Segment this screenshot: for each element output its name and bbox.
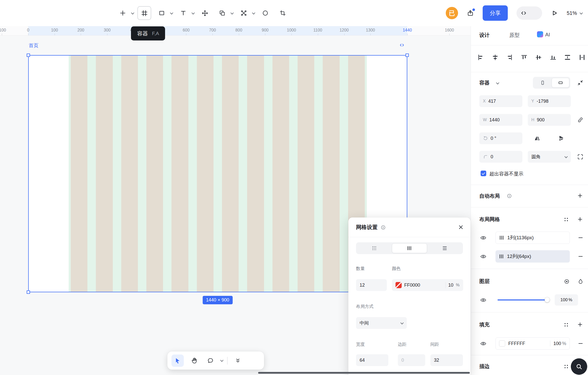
add-grid-plus-icon[interactable] [577,216,583,222]
selection-handle-top-left[interactable] [27,54,30,57]
share-button[interactable]: 分享 [483,5,508,21]
remove-grid-minus-icon[interactable] [577,235,584,241]
opacity-slider-thumb[interactable] [545,297,550,302]
width-field[interactable]: W 1440 [479,114,522,126]
frame-code-icon[interactable] [399,43,404,48]
frame-title-label[interactable]: 首页 [29,42,38,49]
flip-vertical-icon[interactable] [558,135,565,142]
radius-mode-dropdown[interactable]: 圆角 [528,151,571,163]
collapse-toolbar-button[interactable] [232,355,244,367]
chevron-down-icon[interactable] [191,11,195,14]
fill-presets-icon[interactable] [563,322,569,328]
height-field[interactable]: H 900 [528,114,571,126]
align-vertical-center-icon[interactable] [535,54,542,61]
grid-type-dots-button[interactable] [357,243,391,253]
layer-visibility-eye-icon[interactable] [480,297,486,303]
y-position-field[interactable]: Y -1798 [528,95,571,107]
comment-button[interactable] [204,355,217,367]
chevron-down-icon[interactable] [496,81,499,85]
independent-corners-icon[interactable] [577,153,584,160]
grid-row-1col[interactable]: 1列(1136px) [495,232,570,244]
tab-ai[interactable]: AI [537,31,550,38]
margin-input[interactable]: 0 [398,354,425,366]
grid-presets-icon[interactable] [563,216,569,223]
text-tool-button[interactable] [176,6,190,20]
ruler-tick [407,34,408,35]
flip-horizontal-icon[interactable] [534,135,541,142]
ruler-number: -100 [0,28,6,33]
tab-design[interactable]: 设计 [479,32,490,39]
align-horizontal-center-icon[interactable] [492,54,499,61]
ellipse-tool-button[interactable] [258,6,272,20]
distribute-horizontal-spacing-icon[interactable] [579,54,585,61]
move-tool-button[interactable] [198,6,212,20]
chevron-down-icon[interactable] [252,11,255,14]
landscape-orientation-button[interactable] [552,78,569,88]
portrait-orientation-button[interactable] [534,78,551,88]
frame-size-badge: 1440 × 900 [203,296,233,304]
x-position-field[interactable]: X 417 [479,95,522,107]
grid-row-visibility-eye-icon[interactable] [480,253,486,260]
chevron-down-icon[interactable] [170,11,173,14]
grid-row-visibility-eye-icon[interactable] [480,235,486,241]
corner-radius-field[interactable]: 0 [479,151,522,163]
component-tool-button[interactable] [237,6,251,20]
select-cursor-button[interactable] [171,355,184,367]
blend-mode-icon[interactable] [564,278,570,285]
column-width-input[interactable]: 64 [356,354,388,366]
remove-fill-minus-icon[interactable] [577,340,584,347]
close-icon[interactable] [458,224,464,230]
align-right-icon[interactable] [506,54,513,61]
chevron-down-icon[interactable] [220,359,224,362]
boolean-shapes-tool-button[interactable] [215,6,229,20]
fill-visibility-eye-icon[interactable] [480,340,486,347]
info-icon[interactable] [381,225,386,230]
shrink-panel-icon[interactable] [577,79,584,86]
clip-content-checkbox[interactable] [481,171,486,176]
rectangle-tool-button[interactable] [155,6,169,20]
fill-color-swatch[interactable] [499,340,505,347]
insert-plus-tool-button[interactable] [116,6,130,20]
color-swatch[interactable] [396,282,402,288]
chevron-down-icon[interactable] [131,11,134,14]
notification-dot [472,8,475,11]
present-play-button[interactable] [551,9,558,17]
info-icon[interactable] [507,193,512,199]
frame-tool-button[interactable] [137,6,151,20]
search-fab-button[interactable] [571,358,587,375]
distribute-vertical-spacing-icon[interactable] [564,54,571,61]
grid-type-rows-button[interactable] [428,243,462,253]
fill-color-row[interactable]: FFFFFF 100 % [495,337,570,350]
horizontal-ruler[interactable]: -100010020030040050060070080090010001100… [0,26,471,36]
opacity-value-field[interactable]: 100% [555,294,578,306]
color-input[interactable]: FF0000 10 % [392,279,463,291]
hand-pan-button[interactable] [188,355,200,367]
rows-grid-icon [442,246,447,251]
horizontal-scrollbar[interactable] [258,372,470,374]
tab-prototype[interactable]: 原型 [509,32,520,39]
dev-mode-toggle[interactable] [516,6,542,20]
align-bottom-icon[interactable] [550,54,556,61]
grid-row-12col[interactable]: 12列(64px) [495,250,570,263]
add-auto-layout-plus-icon[interactable] [577,193,583,199]
grid-type-columns-button[interactable] [392,243,427,253]
export-share-button[interactable] [467,9,474,17]
layout-mode-dropdown[interactable]: 中间 [356,317,407,329]
zoom-level-dropdown[interactable]: 51% [567,10,582,16]
gutter-input[interactable]: 32 [430,354,463,366]
stroke-presets-icon[interactable] [563,363,569,370]
constrain-proportions-link-icon[interactable] [577,117,584,123]
remove-grid-minus-icon[interactable] [577,253,584,259]
chevron-down-icon[interactable] [230,11,234,14]
slice-tool-button[interactable] [276,6,290,20]
selection-handle-bottom-left[interactable] [27,290,30,294]
count-input[interactable]: 12 [356,279,387,291]
opacity-slider[interactable] [498,299,549,300]
align-top-icon[interactable] [521,54,528,61]
avatar[interactable]: 已 [446,7,458,19]
align-left-icon[interactable] [477,54,484,61]
add-fill-plus-icon[interactable] [577,321,583,328]
rotation-field[interactable]: 0 ° [479,132,522,144]
selection-handle-top-right[interactable] [405,54,409,57]
opacity-droplet-icon[interactable] [577,278,584,285]
